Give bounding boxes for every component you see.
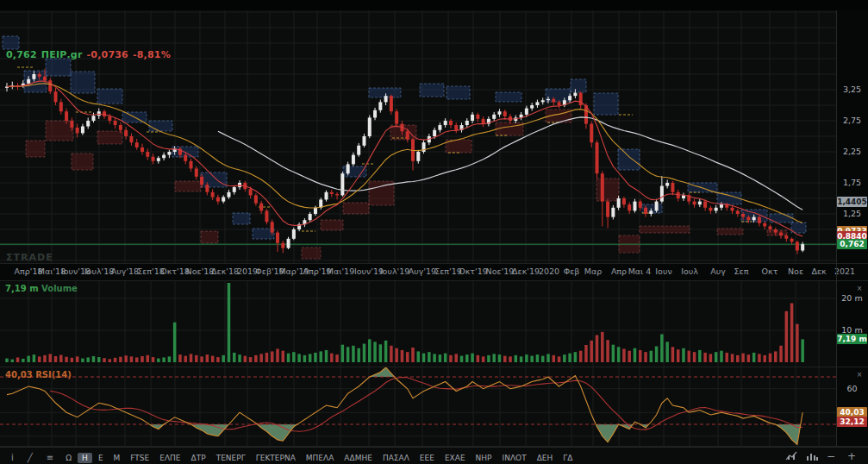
volume-bar [465, 354, 469, 362]
candle-body [416, 152, 420, 161]
volume-bar [752, 353, 756, 362]
ticker-shortcut-button[interactable]: ΓΕΚΤΕΡΝΑ [252, 453, 300, 463]
price-axis[interactable]: 3,252,752,251,751,2520 m10 m60401,44050,… [836, 10, 868, 447]
ticker-shortcut-button[interactable]: ΔΕΗ [533, 453, 558, 463]
price-change-pct: -8,81% [133, 49, 171, 60]
volume-bar [406, 352, 409, 362]
ticker-shortcut-button[interactable]: ΜΠΕΛΑ [302, 453, 339, 463]
volume-bar [574, 352, 578, 362]
volume-bar [628, 351, 631, 362]
time-axis-label: Οκτ'19 [459, 266, 488, 276]
ticker-shortcut-button[interactable]: ΕΛΠΕ [155, 453, 184, 463]
volume-bar [606, 340, 609, 362]
candle-body [325, 192, 328, 200]
volume-bar [76, 356, 79, 362]
volume-bar [698, 350, 702, 362]
volume-bar [130, 356, 134, 362]
symbol-name: ΠΕΙΡ.gr [41, 49, 83, 60]
chart-style-icon[interactable] [785, 451, 797, 461]
demand-zone [46, 121, 73, 141]
supply-zone [496, 92, 521, 102]
layers-tool-icon[interactable]: ≡ [41, 452, 59, 463]
volume-histogram-icon[interactable] [806, 451, 818, 461]
ticker-shortcut-button[interactable]: ΙΝΛΟΤ [498, 453, 531, 463]
volume-pane[interactable] [0, 281, 836, 367]
volume-bar [671, 347, 675, 362]
volume-bar [515, 355, 518, 362]
volume-bar [141, 356, 144, 362]
candle-body [665, 183, 669, 186]
volume-bar [352, 346, 355, 362]
candle-body [146, 152, 149, 157]
timeframe-button[interactable]: Ω [61, 453, 76, 463]
ticker-shortcut-button[interactable]: ΝΗΡ [471, 453, 496, 463]
candle-body [596, 142, 599, 173]
volume-bar [715, 352, 718, 362]
axis-tick: 1,25 [836, 209, 868, 218]
ticker-shortcut-button[interactable]: ΓΔ [559, 453, 577, 463]
volume-bar [254, 355, 258, 362]
candle-body [162, 155, 165, 159]
volume-bar [81, 359, 84, 362]
draw-tool-icon[interactable]: ╱ [22, 452, 39, 463]
ticker-shortcut-button[interactable]: ΔΤΡ [187, 453, 210, 463]
candle-body [639, 202, 642, 208]
candle-body [541, 100, 545, 102]
info-tool-icon[interactable]: i [5, 452, 20, 463]
price-chart[interactable] [0, 10, 836, 263]
volume-bar [124, 355, 128, 362]
ticker-shortcut-button[interactable]: FTSE [126, 453, 153, 463]
supply-zone [201, 172, 227, 187]
volume-bar [54, 356, 58, 362]
axis-tick: 60 [836, 384, 868, 393]
candle-body [222, 198, 225, 202]
candle-body [454, 125, 458, 130]
supply-zone [71, 72, 95, 93]
ticker-shortcut-button[interactable]: ΕΧΑΕ [440, 453, 470, 463]
volume-bar [417, 351, 421, 362]
candle-body [129, 136, 133, 142]
volume-bar [796, 324, 799, 362]
candle-body [43, 77, 47, 80]
supply-zone [571, 79, 586, 92]
candle-body [54, 91, 58, 102]
candle-body [622, 198, 626, 204]
volume-bar [774, 351, 777, 362]
zoom-in-button[interactable]: + [847, 450, 856, 462]
volume-bar [530, 356, 534, 362]
volume-bar [233, 353, 236, 362]
candle-body [741, 214, 745, 217]
ticker-shortcut-button[interactable]: ΠΑΣΑΛ [378, 453, 414, 463]
time-axis[interactable]: Απρ'18Μαι'18Ιουν'18Ιουλ'18Αυγ'18Σεπ'18Οκ… [0, 263, 868, 281]
rsi-pane-close[interactable]: × [855, 371, 864, 379]
volume-pane-close[interactable]: × [855, 285, 864, 293]
candle-body [287, 239, 290, 248]
volume-bar [758, 354, 761, 362]
ticker-shortcut-button[interactable]: ΤΕΝΕΡΓ [212, 453, 250, 463]
volume-bar [433, 354, 436, 362]
candle-body [48, 80, 52, 91]
ticker-shortcut-button[interactable]: ΑΔΜΗΕ [340, 453, 377, 463]
candle-body [611, 208, 615, 217]
candle-body [682, 195, 685, 198]
timeframe-button[interactable]: Η [78, 453, 92, 463]
candle-body [606, 202, 609, 217]
demand-zone [201, 231, 218, 243]
candle-body [801, 244, 804, 250]
time-axis-label: Μαρ [584, 266, 603, 276]
candle-body [736, 210, 740, 214]
ticker-shortcut-button[interactable]: ΕΕΕ [415, 453, 439, 463]
volume-bar [477, 355, 480, 362]
demand-zone [596, 179, 619, 201]
volume-bar [211, 356, 215, 362]
candle-body [546, 99, 550, 100]
zoom-out-button[interactable]: − [827, 450, 835, 462]
axis-tick: 20 m [836, 293, 868, 303]
timeframe-button[interactable]: Μ [109, 453, 125, 463]
candle-body [292, 229, 296, 239]
rsi-pane[interactable] [0, 367, 836, 447]
candle-body [790, 239, 794, 242]
volume-bar [579, 351, 583, 362]
candle-body [698, 202, 702, 205]
timeframe-button[interactable]: Ε [94, 453, 108, 463]
